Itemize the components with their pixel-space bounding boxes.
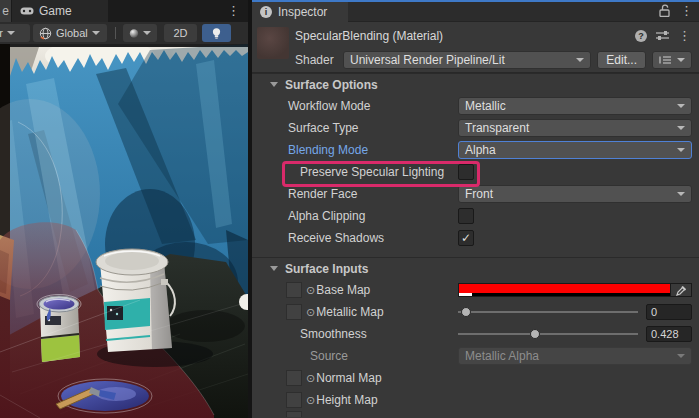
chevron-down-icon	[143, 31, 151, 35]
material-title: SpecularBlending (Material)	[295, 29, 443, 43]
scene-viewport[interactable]	[0, 44, 248, 418]
base-map-texture-slot[interactable]	[286, 282, 302, 298]
height-map-row: ⊙ Height Map	[252, 389, 699, 411]
info-icon: i	[260, 6, 272, 18]
normal-map-row: ⊙ Normal Map	[252, 367, 699, 389]
lock-open-icon[interactable]	[659, 4, 670, 17]
base-map-row: ⊙ Base Map	[252, 279, 699, 301]
surface-type-row: Surface Type Transparent	[252, 117, 699, 139]
material-thumbnail[interactable]	[257, 27, 289, 59]
chevron-down-icon	[576, 58, 584, 62]
chevron-down-icon	[677, 58, 685, 62]
surface-options-header[interactable]: Surface Options	[252, 73, 699, 95]
chevron-down-icon	[7, 31, 15, 35]
scene-more-icon[interactable]: ⋮	[227, 4, 240, 17]
alpha-clipping-row: Alpha Clipping	[252, 205, 699, 227]
global-dropdown[interactable]: Global	[33, 24, 107, 42]
object-picker-icon[interactable]: ⊙	[306, 306, 315, 319]
workflow-mode-dropdown[interactable]: Metallic	[458, 97, 692, 115]
alpha-clipping-checkbox[interactable]	[458, 208, 474, 224]
chevron-down-icon	[677, 354, 685, 358]
slider-knob[interactable]	[461, 307, 471, 317]
blending-mode-row: Blending Mode Alpha	[252, 139, 699, 161]
tab-inspector[interactable]: i Inspector	[252, 2, 348, 22]
height-map-texture-slot[interactable]	[286, 392, 302, 408]
inspector-panel: i Inspector ⋮ SpecularBlending (Material…	[252, 0, 699, 418]
inspector-tab-label: Inspector	[278, 5, 327, 19]
render-face-dropdown[interactable]: Front	[458, 185, 692, 203]
eyedropper-icon	[676, 285, 687, 296]
blending-mode-dropdown[interactable]: Alpha	[458, 141, 692, 159]
normal-map-texture-slot[interactable]	[286, 370, 302, 386]
shader-dropdown[interactable]: Universal Render Pipeline/Lit	[343, 51, 591, 69]
scene-tabbar: e Game ⋮	[0, 0, 248, 22]
metallic-map-row: ⊙ Metallic Map 0	[252, 301, 699, 323]
lightbulb-icon	[211, 27, 222, 40]
material-header: SpecularBlending (Material) ? ⋮ Shader U…	[252, 22, 699, 73]
2d-toggle[interactable]: 2D	[164, 24, 197, 42]
source-row: Source Metallic Alpha	[252, 345, 699, 367]
metallic-value-field[interactable]: 0	[646, 304, 692, 320]
receive-shadows-checkbox[interactable]: ✓	[458, 230, 474, 246]
scene-panel: e Game ⋮ ter	[0, 0, 248, 418]
gamepad-icon	[20, 6, 34, 16]
list-icon	[659, 55, 671, 65]
foldout-arrow-icon	[270, 82, 278, 87]
unity-editor: e Game ⋮ ter	[0, 0, 699, 418]
chevron-down-icon	[677, 126, 685, 130]
help-icon[interactable]: ?	[635, 30, 647, 42]
smoothness-row: Smoothness 0.428	[252, 323, 699, 345]
presets-icon[interactable]	[656, 30, 669, 41]
shader-label: Shader	[295, 53, 343, 67]
receive-shadows-row: Receive Shadows ✓	[252, 227, 699, 249]
toolbar-separator	[115, 27, 116, 39]
next-map-row-partial	[252, 411, 699, 417]
object-picker-icon[interactable]: ⊙	[306, 372, 315, 385]
shader-edit-button[interactable]: Edit...	[597, 51, 646, 69]
shaded-sphere-icon	[129, 27, 139, 40]
metallic-map-texture-slot[interactable]	[286, 304, 302, 320]
object-picker-icon[interactable]: ⊙	[306, 284, 315, 297]
preserve-specular-checkbox[interactable]	[458, 164, 474, 180]
chevron-down-icon	[677, 192, 685, 196]
smoothness-slider[interactable]	[458, 325, 638, 343]
base-map-color-swatch[interactable]	[458, 283, 670, 297]
inspector-more-icon[interactable]: ⋮	[680, 4, 693, 17]
scene-lighting-toggle[interactable]	[202, 24, 231, 42]
smoothness-value-field[interactable]: 0.428	[646, 326, 692, 342]
surface-inputs-header[interactable]: Surface Inputs	[252, 257, 699, 279]
game-tab-label: Game	[39, 4, 72, 18]
metallic-slider[interactable]	[458, 303, 638, 321]
chevron-down-icon	[92, 31, 100, 35]
scene-toolbar: ter Global	[0, 22, 248, 44]
workflow-mode-row: Workflow Mode Metallic	[252, 95, 699, 117]
render-face-row: Render Face Front	[252, 183, 699, 205]
foldout-arrow-icon	[270, 266, 278, 271]
eyedropper-button[interactable]	[670, 283, 692, 297]
game-scene	[0, 44, 248, 418]
inspector-tabbar: i Inspector ⋮	[252, 2, 699, 22]
tab-scene-partial[interactable]: e	[0, 0, 11, 22]
pivot-dropdown[interactable]: ter	[0, 24, 30, 42]
chevron-down-icon	[677, 148, 685, 152]
material-more-icon[interactable]: ⋮	[678, 29, 691, 42]
shading-mode-dropdown[interactable]	[123, 24, 157, 42]
preserve-specular-row: Preserve Specular Lighting	[252, 161, 699, 183]
globe-icon	[39, 27, 52, 40]
tab-game[interactable]: Game	[12, 0, 108, 22]
shader-properties-menu[interactable]	[652, 51, 692, 69]
alpha-bar	[459, 293, 670, 296]
chevron-down-icon	[677, 104, 685, 108]
alpha-fill	[459, 293, 472, 296]
slider-knob[interactable]	[530, 329, 540, 339]
object-picker-icon[interactable]: ⊙	[306, 394, 315, 407]
surface-type-dropdown[interactable]: Transparent	[458, 119, 692, 137]
source-dropdown: Metallic Alpha	[458, 347, 692, 365]
